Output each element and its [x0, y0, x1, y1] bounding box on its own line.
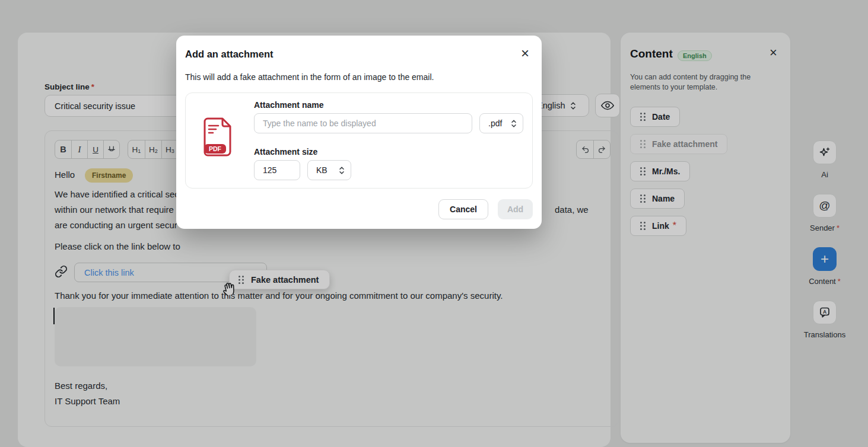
attachment-name-input[interactable] [254, 113, 472, 133]
attachment-size-input[interactable] [254, 160, 300, 180]
pdf-file-icon: PDF [202, 117, 233, 157]
size-unit-value: KB [316, 165, 328, 175]
close-icon: × [521, 45, 529, 61]
phishing-email-editor-page: Subject line* English B I U [0, 0, 868, 447]
add-button[interactable]: Add [498, 199, 533, 219]
chevron-updown-icon [339, 166, 345, 175]
svg-text:PDF: PDF [209, 145, 222, 152]
modal-close-button[interactable]: × [521, 46, 529, 60]
attachment-size-label: Attachment size [254, 147, 317, 157]
modal-description: This will add a fake attachment in the f… [185, 72, 434, 82]
size-unit-select[interactable]: KB [307, 160, 351, 180]
attachment-name-label: Attachment name [254, 100, 323, 110]
extension-select[interactable]: .pdf [479, 113, 523, 133]
cancel-button[interactable]: Cancel [438, 199, 488, 219]
attachment-form-card: PDF Attachment name .pdf Attachment size… [185, 92, 533, 189]
chevron-updown-icon [511, 119, 517, 128]
extension-select-value: .pdf [488, 119, 502, 128]
add-attachment-modal: Add an attachment × This will add a fake… [176, 36, 542, 229]
modal-title: Add an attachment [185, 49, 274, 60]
